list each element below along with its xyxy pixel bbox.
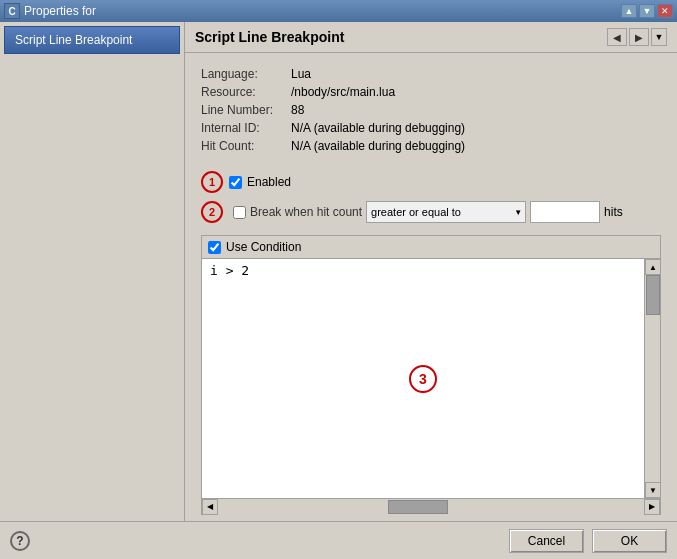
app-icon: C	[4, 3, 20, 19]
enabled-checkbox[interactable]	[229, 176, 242, 189]
help-button[interactable]: ?	[10, 531, 30, 551]
enabled-label: Enabled	[247, 175, 291, 189]
main-layout: Script Line Breakpoint Script Line Break…	[0, 22, 677, 521]
scroll-right-button[interactable]: ▶	[644, 499, 660, 515]
annotation-3: 3	[409, 365, 437, 393]
internal-id-label: Internal ID:	[201, 121, 291, 135]
language-row: Language: Lua	[201, 67, 661, 81]
sidebar-item-script-line-breakpoint[interactable]: Script Line Breakpoint	[4, 26, 180, 54]
scroll-thumb[interactable]	[646, 275, 660, 315]
resource-value: /nbody/src/main.lua	[291, 85, 395, 99]
line-number-row: Line Number: 88	[201, 103, 661, 117]
content-title: Script Line Breakpoint	[195, 29, 344, 45]
ok-button[interactable]: OK	[592, 529, 667, 553]
sidebar: Script Line Breakpoint	[0, 22, 185, 521]
close-button[interactable]: ✕	[657, 4, 673, 18]
nav-dropdown-button[interactable]: ▼	[651, 28, 667, 46]
annotation-2: 2	[201, 201, 223, 223]
content-area: Script Line Breakpoint ◀ ▶ ▼ Language: L…	[185, 22, 677, 521]
footer-left: ?	[10, 531, 30, 551]
scroll-up-button[interactable]: ▲	[645, 259, 661, 275]
condition-section: Use Condition i > 2 3 ▲ ▼	[201, 235, 661, 515]
maximize-button[interactable]: ▼	[639, 4, 655, 18]
language-value: Lua	[291, 67, 311, 81]
enabled-row: 1 Enabled	[201, 171, 661, 193]
line-number-value: 88	[291, 103, 304, 117]
condition-header: Use Condition	[202, 236, 660, 259]
hit-count-checkbox[interactable]	[233, 206, 246, 219]
scroll-left-button[interactable]: ◀	[202, 499, 218, 515]
hit-count-value: N/A (available during debugging)	[291, 139, 465, 153]
hit-count-row: Hit Count: N/A (available during debuggi…	[201, 139, 661, 153]
nav-forward-button[interactable]: ▶	[629, 28, 649, 46]
condition-text: i > 2	[202, 259, 644, 282]
nav-back-button[interactable]: ◀	[607, 28, 627, 46]
use-condition-checkbox[interactable]	[208, 241, 221, 254]
condition-text-area[interactable]: i > 2 3	[202, 259, 644, 498]
footer: ? Cancel OK	[0, 521, 677, 559]
condition-inner: i > 2 3 ▲ ▼	[202, 259, 660, 498]
hscroll-track	[218, 499, 644, 515]
internal-id-row: Internal ID: N/A (available during debug…	[201, 121, 661, 135]
title-bar: C Properties for ▲ ▼ ✕	[0, 0, 677, 22]
hits-label: hits	[604, 205, 623, 219]
resource-label: Resource:	[201, 85, 291, 99]
scroll-down-button[interactable]: ▼	[645, 482, 661, 498]
scroll-track	[645, 275, 660, 482]
title-bar-buttons: ▲ ▼ ✕	[621, 4, 673, 18]
cancel-button[interactable]: Cancel	[509, 529, 584, 553]
footer-right: Cancel OK	[509, 529, 667, 553]
hscroll-thumb[interactable]	[388, 500, 448, 514]
language-label: Language:	[201, 67, 291, 81]
vertical-scrollbar[interactable]: ▲ ▼	[644, 259, 660, 498]
hit-count-label: Hit Count:	[201, 139, 291, 153]
title-bar-left: C Properties for	[4, 3, 96, 19]
use-condition-label: Use Condition	[226, 240, 301, 254]
hit-condition-wrapper: greater or equal to equal to greater tha…	[366, 201, 526, 223]
title-bar-title: Properties for	[24, 4, 96, 18]
hit-count-value-input[interactable]	[530, 201, 600, 223]
hit-count-break-label: Break when hit count	[250, 205, 362, 219]
content-header: Script Line Breakpoint ◀ ▶ ▼	[185, 22, 677, 53]
horizontal-scrollbar[interactable]: ◀ ▶	[202, 498, 660, 514]
nav-buttons: ◀ ▶ ▼	[607, 28, 667, 46]
minimize-button[interactable]: ▲	[621, 4, 637, 18]
internal-id-value: N/A (available during debugging)	[291, 121, 465, 135]
properties-grid: Language: Lua Resource: /nbody/src/main.…	[185, 53, 677, 167]
break-hit-count-row: 2 Break when hit count greater or equal …	[201, 201, 661, 223]
annotation-1: 1	[201, 171, 223, 193]
resource-row: Resource: /nbody/src/main.lua	[201, 85, 661, 99]
hit-condition-select[interactable]: greater or equal to equal to greater tha…	[366, 201, 526, 223]
line-number-label: Line Number:	[201, 103, 291, 117]
controls-section: 1 Enabled 2 Break when hit count greater…	[185, 167, 677, 235]
